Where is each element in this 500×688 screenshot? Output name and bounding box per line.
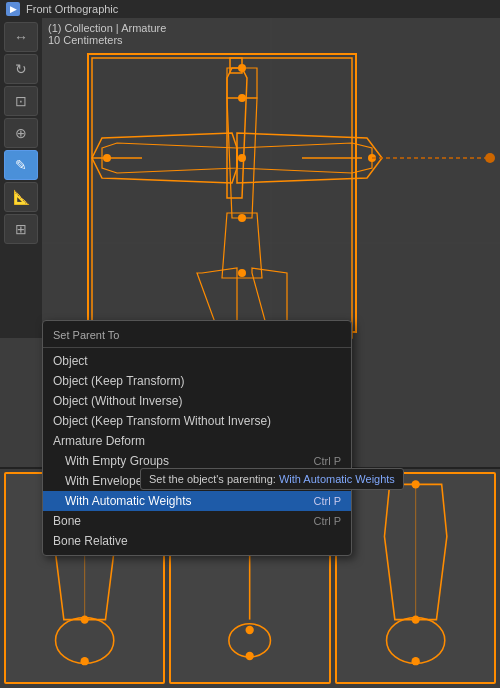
- tooltip: Set the object's parenting: With Automat…: [140, 468, 404, 490]
- viewport-type-icon[interactable]: ▶: [6, 2, 20, 16]
- rotate-tool-btn[interactable]: ↻: [4, 54, 38, 84]
- svg-point-40: [246, 626, 254, 634]
- menu-item-bone[interactable]: Bone Ctrl P: [43, 511, 351, 531]
- header-bar: ▶ Front Orthographic: [0, 0, 500, 18]
- menu-item-without-inverse[interactable]: Object (Without Inverse): [43, 391, 351, 411]
- svg-point-45: [411, 480, 419, 488]
- svg-point-33: [81, 615, 89, 623]
- viewport: (1) Collection | Armature 10 Centimeters…: [0, 0, 500, 688]
- context-menu: Set Parent To Object Object (Keep Transf…: [42, 320, 352, 556]
- menu-item-automatic-weights[interactable]: With Automatic Weights Ctrl P: [43, 491, 351, 511]
- menu-title: Set Parent To: [43, 325, 351, 348]
- svg-point-34: [81, 657, 89, 665]
- svg-point-22: [238, 269, 246, 277]
- transform-tool-btn[interactable]: ⊕: [4, 118, 38, 148]
- cursor-tool-btn[interactable]: ⊞: [4, 214, 38, 244]
- menu-item-bone-relative[interactable]: Bone Relative: [43, 531, 351, 551]
- svg-point-47: [411, 657, 419, 665]
- svg-point-41: [246, 652, 254, 660]
- svg-marker-16: [252, 268, 287, 328]
- scale-tool-btn[interactable]: ⊡: [4, 86, 38, 116]
- svg-point-46: [411, 615, 419, 623]
- svg-point-18: [238, 64, 246, 72]
- menu-item-object[interactable]: Object: [43, 351, 351, 371]
- menu-item-keep-transform-without-inverse[interactable]: Object (Keep Transform Without Inverse): [43, 411, 351, 431]
- menu-item-armature-deform[interactable]: Armature Deform: [43, 431, 351, 451]
- move-tool-btn[interactable]: ↔: [4, 22, 38, 52]
- svg-point-20: [238, 154, 246, 162]
- menu-item-keep-transform[interactable]: Object (Keep Transform): [43, 371, 351, 391]
- view-type-label: Front Orthographic: [26, 3, 118, 15]
- svg-rect-4: [92, 58, 352, 338]
- measure-tool-btn[interactable]: 📐: [4, 182, 38, 212]
- svg-point-31: [56, 618, 114, 664]
- tooltip-value: With Automatic Weights: [279, 473, 395, 485]
- svg-point-21: [238, 214, 246, 222]
- svg-marker-14: [197, 268, 237, 328]
- toolbar-left: ↔ ↻ ⊡ ⊕ ✎ 📐 ⊞: [0, 18, 42, 338]
- annotate-tool-btn[interactable]: ✎: [4, 150, 38, 180]
- tooltip-label: Set the object's parenting:: [149, 473, 276, 485]
- svg-point-44: [386, 618, 444, 664]
- bottom-panel-right: [335, 472, 496, 684]
- svg-point-19: [238, 94, 246, 102]
- svg-point-25: [103, 154, 111, 162]
